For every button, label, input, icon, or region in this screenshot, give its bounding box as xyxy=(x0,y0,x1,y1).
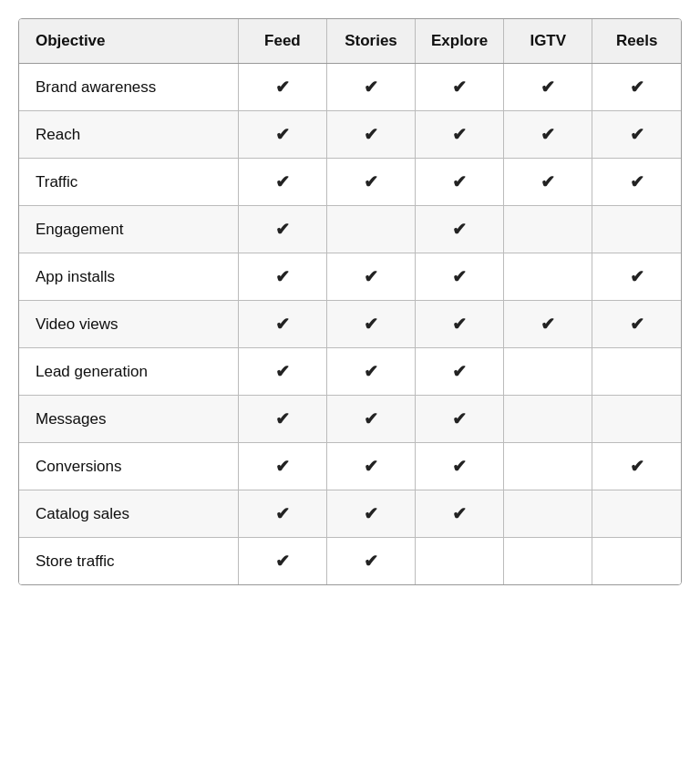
cell-igtv xyxy=(504,111,592,159)
cell-igtv xyxy=(504,396,592,443)
checkmark-icon xyxy=(275,222,290,239)
cell-reels xyxy=(592,396,681,443)
checkmark-icon xyxy=(452,174,467,191)
cell-reels xyxy=(592,538,681,585)
cell-feed xyxy=(238,64,326,111)
cell-stories xyxy=(326,111,415,159)
cell-stories xyxy=(326,348,415,396)
objective-cell: Brand awareness xyxy=(19,64,238,111)
checkmark-icon xyxy=(452,316,467,334)
checkmark-icon xyxy=(630,459,644,476)
table-row: Lead generation xyxy=(19,348,681,396)
cell-explore xyxy=(416,206,504,253)
cell-explore xyxy=(416,443,504,490)
checkmark-icon xyxy=(540,316,555,334)
cell-stories xyxy=(326,159,415,206)
checkmark-icon xyxy=(275,553,290,571)
cell-explore xyxy=(416,538,504,585)
checkmark-icon xyxy=(364,127,378,144)
cell-explore xyxy=(416,159,504,206)
cell-igtv xyxy=(504,159,592,206)
table-row: App installs xyxy=(19,253,681,301)
cell-igtv xyxy=(504,206,592,253)
header-objective: Objective xyxy=(19,19,238,64)
objective-cell: Store traffic xyxy=(19,538,238,585)
header-stories: Stories xyxy=(326,19,415,64)
checkmark-icon xyxy=(540,174,555,191)
checkmark-icon xyxy=(364,174,378,191)
checkmark-icon xyxy=(452,506,467,523)
checkmark-icon xyxy=(364,459,378,476)
checkmark-icon xyxy=(452,364,467,381)
header-igtv: IGTV xyxy=(504,19,592,64)
table-row: Video views xyxy=(19,301,681,348)
cell-reels xyxy=(592,159,681,206)
cell-igtv xyxy=(504,348,592,396)
table-row: Engagement xyxy=(19,206,681,253)
checkmark-icon xyxy=(275,364,290,381)
cell-explore xyxy=(416,396,504,443)
cell-explore xyxy=(416,64,504,111)
checkmark-icon xyxy=(364,553,378,571)
cell-feed xyxy=(238,111,326,159)
checkmark-icon xyxy=(275,506,290,523)
checkmark-icon xyxy=(275,269,290,286)
checkmark-icon xyxy=(275,79,290,97)
cell-feed xyxy=(238,396,326,443)
checkmark-icon xyxy=(275,316,290,334)
cell-stories xyxy=(326,443,415,490)
cell-reels xyxy=(592,348,681,396)
checkmark-icon xyxy=(275,411,290,428)
cell-feed xyxy=(238,253,326,301)
checkmark-icon xyxy=(630,79,644,97)
table-row: Catalog sales xyxy=(19,490,681,538)
checkmark-icon xyxy=(275,174,290,191)
objective-cell: App installs xyxy=(19,253,238,301)
checkmark-icon xyxy=(364,506,378,523)
checkmark-icon xyxy=(275,127,290,144)
cell-stories xyxy=(326,301,415,348)
checkmark-icon xyxy=(364,411,378,428)
cell-feed xyxy=(238,443,326,490)
cell-feed xyxy=(238,301,326,348)
checkmark-icon xyxy=(452,269,467,286)
cell-igtv xyxy=(504,538,592,585)
table-row: Reach xyxy=(19,111,681,159)
table-row: Store traffic xyxy=(19,538,681,585)
checkmark-icon xyxy=(364,79,378,97)
cell-reels xyxy=(592,253,681,301)
checkmark-icon xyxy=(364,269,378,286)
comparison-table: Objective Feed Stories Explore IGTV Reel… xyxy=(18,18,682,585)
cell-explore xyxy=(416,348,504,396)
cell-stories xyxy=(326,206,415,253)
checkmark-icon xyxy=(630,174,644,191)
table-row: Brand awareness xyxy=(19,64,681,111)
objective-cell: Video views xyxy=(19,301,238,348)
cell-stories xyxy=(326,538,415,585)
objective-cell: Messages xyxy=(19,396,238,443)
cell-feed xyxy=(238,490,326,538)
checkmark-icon xyxy=(452,459,467,476)
cell-explore xyxy=(416,301,504,348)
objective-cell: Engagement xyxy=(19,206,238,253)
cell-igtv xyxy=(504,64,592,111)
cell-igtv xyxy=(504,443,592,490)
cell-igtv xyxy=(504,490,592,538)
header-reels: Reels xyxy=(592,19,681,64)
checkmark-icon xyxy=(452,222,467,239)
table-row: Traffic xyxy=(19,159,681,206)
cell-reels xyxy=(592,64,681,111)
cell-explore xyxy=(416,490,504,538)
cell-reels xyxy=(592,111,681,159)
cell-explore xyxy=(416,253,504,301)
checkmark-icon xyxy=(452,79,467,97)
cell-feed xyxy=(238,348,326,396)
checkmark-icon xyxy=(275,459,290,476)
checkmark-icon xyxy=(630,127,644,144)
cell-feed xyxy=(238,159,326,206)
objective-cell: Reach xyxy=(19,111,238,159)
cell-igtv xyxy=(504,301,592,348)
checkmark-icon xyxy=(540,79,555,97)
cell-reels xyxy=(592,301,681,348)
objective-cell: Conversions xyxy=(19,443,238,490)
